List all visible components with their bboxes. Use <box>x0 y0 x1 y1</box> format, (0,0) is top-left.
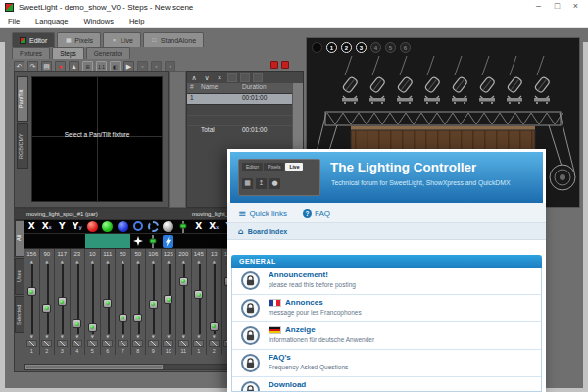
forum-item-download[interactable]: Download <box>232 377 541 392</box>
board-index-link[interactable]: ⌂ Board Index <box>227 223 546 240</box>
shutter-icon[interactable] <box>161 220 176 234</box>
channel-fader[interactable] <box>55 264 71 334</box>
fade-curve-button[interactable] <box>209 340 220 347</box>
fader-down-button[interactable]: ▼ <box>61 334 64 339</box>
channel-fader[interactable] <box>116 264 131 334</box>
bolt-sub-icon[interactable] <box>161 234 176 249</box>
fade-curve-button[interactable] <box>163 340 173 347</box>
step-up-icon[interactable]: ∧ <box>189 74 199 82</box>
colorwheel-icon[interactable] <box>130 220 146 234</box>
green-icon[interactable] <box>100 220 116 234</box>
editor-tab-pantilt[interactable]: Pan/Tilt <box>17 76 28 122</box>
fader-thumb[interactable] <box>164 295 172 304</box>
fader-down-button[interactable]: ▼ <box>75 334 78 339</box>
new-step-icon[interactable]: ▤ <box>41 61 52 72</box>
fade-curve-button[interactable] <box>41 340 52 347</box>
cell-sub-icon[interactable] <box>116 234 131 249</box>
forum-item-title[interactable]: FAQ's <box>269 353 291 362</box>
forum-item-title[interactable]: Announcement! <box>269 270 328 279</box>
fader-hscrollbar-thumb[interactable] <box>25 365 163 369</box>
fader-filter-used[interactable]: Used <box>15 258 24 295</box>
fader-down-button[interactable]: ▼ <box>197 334 200 339</box>
step-down-icon[interactable]: ∨ <box>202 74 212 82</box>
minimize-button[interactable]: – <box>529 0 548 14</box>
fader-down-button[interactable]: ▼ <box>30 334 33 339</box>
fader-thumb[interactable] <box>58 297 67 306</box>
editor-tab-rgbcmy[interactable]: RGB/CMY <box>17 123 28 169</box>
red-icon[interactable] <box>85 220 101 234</box>
channel-fader[interactable] <box>130 264 146 334</box>
fader-down-button[interactable]: ▼ <box>122 334 124 339</box>
channel-fader[interactable] <box>70 264 85 334</box>
fader-thumb[interactable] <box>149 300 158 309</box>
channel-fader[interactable] <box>191 264 207 334</box>
fader-thumb[interactable] <box>194 290 203 299</box>
tab-editor[interactable]: Editor <box>12 32 55 47</box>
fader-filter-all[interactable]: All <box>15 220 24 257</box>
fader-thumb[interactable] <box>133 314 142 322</box>
snap-toggle-icon[interactable]: ⊞ <box>82 61 93 72</box>
forum-item-title[interactable]: Annonces <box>285 298 323 307</box>
fader-filter-selected[interactable]: Selected <box>15 296 24 333</box>
fade-curve-button[interactable] <box>132 340 143 347</box>
tilt-fine-icon[interactable]: Yy <box>70 220 85 234</box>
channel-fader[interactable] <box>24 264 40 334</box>
scene-button-2[interactable]: 2 <box>341 42 352 53</box>
fader-thumb[interactable] <box>210 322 219 331</box>
import-icon[interactable]: ▲ <box>69 61 79 72</box>
step-delete-icon[interactable]: × <box>215 74 224 82</box>
pan-fine-icon[interactable]: Xx <box>207 220 222 234</box>
subtab-fixtures[interactable]: Fixtures <box>12 47 50 59</box>
channel-fader[interactable] <box>100 264 116 334</box>
subtab-steps[interactable]: Steps <box>52 47 84 59</box>
fader-down-button[interactable]: ▼ <box>167 334 170 339</box>
tilt-icon[interactable]: Y <box>55 220 71 234</box>
fader-sub-icon[interactable] <box>146 234 162 249</box>
star-sub-icon[interactable] <box>130 234 146 249</box>
menu-item-file[interactable]: File <box>0 15 27 27</box>
fader-down-button[interactable]: ▼ <box>106 334 109 339</box>
fader-thumb[interactable] <box>42 304 51 313</box>
fader-down-button[interactable]: ▼ <box>152 334 155 339</box>
channel-fader[interactable] <box>146 264 162 334</box>
forum-item-anzeige[interactable]: AnzeigeInformationen für deutsche Anwend… <box>232 322 541 350</box>
scene-button-4[interactable]: 4 <box>370 42 381 53</box>
forum-item-title[interactable]: Anzeige <box>285 325 316 334</box>
pan-icon[interactable]: X <box>24 220 40 234</box>
scene-button-1[interactable]: 1 <box>326 42 337 53</box>
forum-item-announcement[interactable]: Announcement!please read this before pos… <box>232 268 541 295</box>
tab-standalone[interactable]: □StandAlone <box>143 32 204 47</box>
channel-fader[interactable] <box>39 264 55 334</box>
record-scene-button[interactable] <box>281 61 289 69</box>
fade-curve-button[interactable] <box>87 340 98 347</box>
blue-icon[interactable] <box>116 220 131 234</box>
fade-curve-button[interactable] <box>57 340 68 347</box>
record-step-button[interactable] <box>270 61 278 69</box>
fader-thumb[interactable] <box>179 277 188 286</box>
scene-button-6[interactable]: 6 <box>400 42 411 53</box>
scene-button-5[interactable]: 5 <box>385 42 396 53</box>
fader-thumb[interactable] <box>73 319 81 328</box>
blackout-button[interactable] <box>312 42 322 53</box>
tab-live[interactable]: ×Live <box>103 32 141 47</box>
fade-curve-button[interactable] <box>148 340 159 347</box>
channel-fader[interactable] <box>85 264 101 334</box>
menu-item-language[interactable]: Language <box>27 15 75 27</box>
faq-link[interactable]: ? FAQ <box>303 209 330 218</box>
tab-pixels[interactable]: ▦Pixels <box>57 32 101 47</box>
record-icon[interactable]: ● <box>55 61 66 72</box>
channel-fader[interactable] <box>176 264 192 334</box>
pan-icon[interactable]: X <box>191 220 207 234</box>
dimmer-icon[interactable] <box>176 220 192 234</box>
menu-item-windows[interactable]: Windows <box>75 15 121 27</box>
cell-sub-icon[interactable] <box>85 234 101 249</box>
fader-thumb[interactable] <box>88 323 97 332</box>
step-row[interactable]: 100:01:00 <box>187 94 293 105</box>
forum-item-title[interactable]: Download <box>269 380 306 389</box>
gobowheel-icon[interactable] <box>146 220 162 234</box>
fade-curve-button[interactable] <box>178 340 189 347</box>
channel-fader[interactable] <box>207 264 222 334</box>
forum-item-annonces[interactable]: Annoncesmessage pour les Francophones <box>232 295 541 322</box>
pan-fine-icon[interactable]: Xx <box>39 220 55 234</box>
forum-item-faqs[interactable]: FAQ'sFrequency Asked Questions <box>232 350 541 377</box>
